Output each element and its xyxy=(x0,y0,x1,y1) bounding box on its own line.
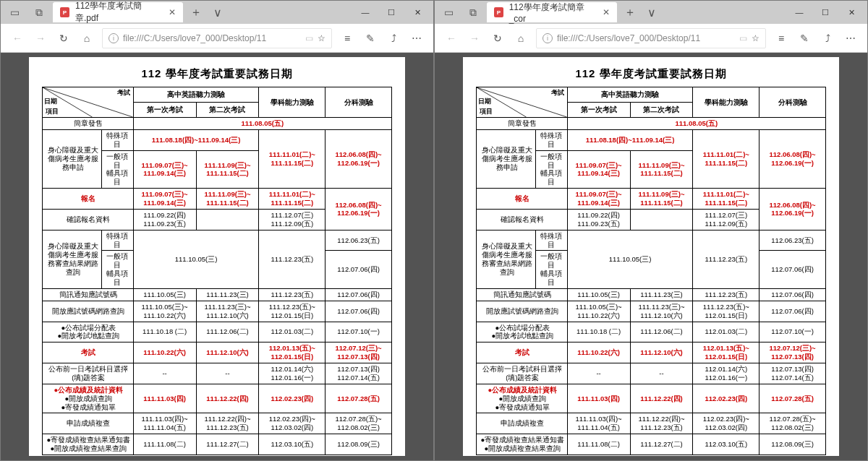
favorite-icon[interactable]: ☆ xyxy=(752,33,760,43)
minimize-button[interactable]: — xyxy=(786,3,812,22)
reading-mode-icon[interactable]: ▭ xyxy=(739,33,747,43)
browser-window: ▭ ⧉ P 112學年度考試簡章_cor ✕ ＋ ∨ — ☐ ✕ ← → ↻ ⌂… xyxy=(434,0,868,461)
tabs-icon[interactable]: ▭ xyxy=(4,1,25,23)
maximize-button[interactable]: ☐ xyxy=(378,3,404,22)
tab-set-aside-icon[interactable]: ⧉ xyxy=(462,1,484,23)
maximize-button[interactable]: ☐ xyxy=(812,3,838,22)
exam-schedule-table: 考試日期項目高中英語聽力測驗學科能力測驗分科測驗 第一次考試第二次考試 簡章發售… xyxy=(42,87,392,455)
doc-title: 112 學年度考試重要試務日期 xyxy=(476,67,826,81)
tab-title: 112學年度考試簡章_cor xyxy=(509,1,592,24)
doc-title: 112 學年度考試重要試務日期 xyxy=(42,67,392,81)
hub-icon[interactable]: ≡ xyxy=(770,27,792,49)
share-icon[interactable]: ⤴ xyxy=(817,27,838,49)
favorite-icon[interactable]: ☆ xyxy=(318,33,326,43)
tabs-icon[interactable]: ▭ xyxy=(438,1,459,23)
back-button[interactable]: ← xyxy=(441,27,462,49)
home-button[interactable]: ⌂ xyxy=(510,27,532,49)
pdf-viewer[interactable]: 112 學年度考試重要試務日期 考試日期項目高中英語聽力測驗學科能力測驗分科測驗… xyxy=(435,53,867,460)
browser-window: ▭ ⧉ P 112學年度考試簡章.pdf ✕ ＋ ∨ — ☐ ✕ ← → ↻ ⌂… xyxy=(0,0,434,461)
browser-tab[interactable]: P 112學年度考試簡章_cor ✕ xyxy=(487,2,617,22)
exam-schedule-table: 考試日期項目高中英語聽力測驗學科能力測驗分科測驗 第一次考試第二次考試 簡章發售… xyxy=(476,87,826,455)
more-icon[interactable]: ⋯ xyxy=(840,27,861,49)
back-button[interactable]: ← xyxy=(7,27,28,49)
pdf-icon: P xyxy=(60,7,69,17)
refresh-button[interactable]: ↻ xyxy=(487,27,509,49)
url-text: file:///C:/Users/love7_000/Desktop/11 xyxy=(557,33,735,43)
refresh-button[interactable]: ↻ xyxy=(53,27,75,49)
url-text: file:///C:/Users/love7_000/Desktop/11 xyxy=(123,33,301,43)
share-icon[interactable]: ⤴ xyxy=(383,27,404,49)
minimize-button[interactable]: — xyxy=(352,3,378,22)
pdf-viewer[interactable]: 112 學年度考試重要試務日期 考試日期項目高中英語聽力測驗學科能力測驗分科測驗… xyxy=(1,53,433,460)
close-tab-icon[interactable]: ✕ xyxy=(603,7,610,17)
browser-tab[interactable]: P 112學年度考試簡章.pdf ✕ xyxy=(53,2,183,22)
url-input[interactable]: i file:///C:/Users/love7_000/Desktop/11 … xyxy=(102,28,332,48)
new-tab-button[interactable]: ＋ xyxy=(186,5,206,20)
tab-menu-icon[interactable]: ∨ xyxy=(643,6,660,20)
more-icon[interactable]: ⋯ xyxy=(406,27,427,49)
notes-icon[interactable]: ✎ xyxy=(359,27,381,49)
tab-title: 112學年度考試簡章.pdf xyxy=(75,0,158,25)
new-tab-button[interactable]: ＋ xyxy=(620,5,640,20)
close-tab-icon[interactable]: ✕ xyxy=(169,7,176,17)
pdf-page: 112 學年度考試重要試務日期 考試日期項目高中英語聽力測驗學科能力測驗分科測驗… xyxy=(463,57,839,456)
hub-icon[interactable]: ≡ xyxy=(336,27,358,49)
reading-mode-icon[interactable]: ▭ xyxy=(305,33,313,43)
tab-bar: ▭ ⧉ P 112學年度考試簡章_cor ✕ ＋ ∨ — ☐ ✕ xyxy=(435,1,867,24)
info-icon[interactable]: i xyxy=(542,33,553,43)
tab-menu-icon[interactable]: ∨ xyxy=(209,6,226,20)
pdf-page: 112 學年度考試重要試務日期 考試日期項目高中英語聽力測驗學科能力測驗分科測驗… xyxy=(29,57,405,456)
pdf-icon: P xyxy=(494,7,503,17)
address-bar: ← → ↻ ⌂ i file:///C:/Users/love7_000/Des… xyxy=(1,24,433,53)
notes-icon[interactable]: ✎ xyxy=(793,27,815,49)
close-window-button[interactable]: ✕ xyxy=(838,3,864,22)
close-window-button[interactable]: ✕ xyxy=(404,3,430,22)
tab-bar: ▭ ⧉ P 112學年度考試簡章.pdf ✕ ＋ ∨ — ☐ ✕ xyxy=(1,1,433,24)
info-icon[interactable]: i xyxy=(109,33,119,43)
address-bar: ← → ↻ ⌂ i file:///C:/Users/love7_000/Des… xyxy=(435,24,867,53)
forward-button[interactable]: → xyxy=(30,27,51,49)
url-input[interactable]: i file:///C:/Users/love7_000/Desktop/11 … xyxy=(536,28,766,48)
home-button[interactable]: ⌂ xyxy=(76,27,98,49)
tab-set-aside-icon[interactable]: ⧉ xyxy=(28,1,50,23)
forward-button[interactable]: → xyxy=(464,27,485,49)
